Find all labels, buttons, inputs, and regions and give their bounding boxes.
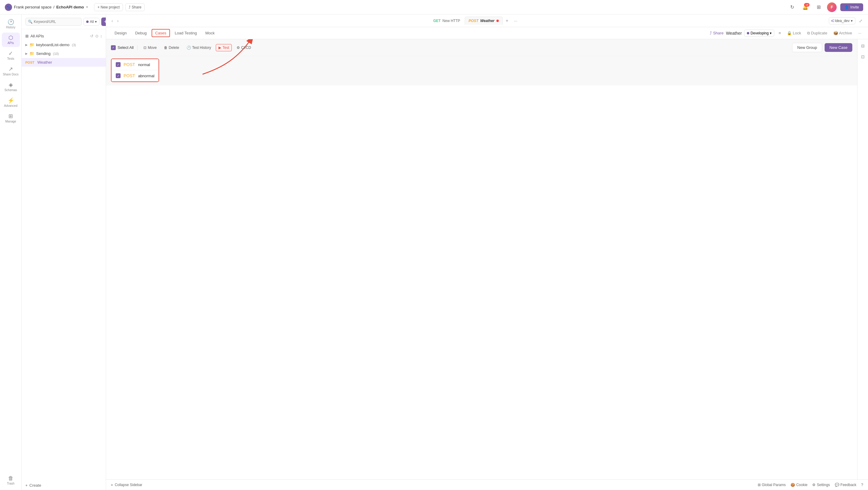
cases-empty-space xyxy=(106,85,857,480)
environment-selector[interactable]: Developing ▾ xyxy=(744,30,774,37)
cases-highlight-box: ✓ POST normal ✓ POST abnormal xyxy=(111,59,159,82)
create-plus-icon: + xyxy=(25,483,28,488)
move-button[interactable]: ⊡ Move xyxy=(141,45,159,51)
sidebar-item-advanced[interactable]: ⚡ Advanced xyxy=(2,95,20,110)
tab-bar: ‹ › GET New HTTP POST Weather + ··· ⑆ Id… xyxy=(106,15,868,27)
topbar-right: ↻ 🔔 19 ⊞ F 👤 Invite xyxy=(787,2,863,12)
search-box[interactable]: 🔍 xyxy=(25,18,82,26)
add-tab-button[interactable]: + xyxy=(503,17,511,25)
select-all-button[interactable]: ✓ Select All xyxy=(111,45,133,50)
dot-icon xyxy=(86,21,89,23)
inner-main: ✓ Select All ⊡ Move 🗑 Delete 🕐 Test H xyxy=(106,39,868,480)
layout-button[interactable]: ⊞ xyxy=(814,2,824,12)
case-abnormal-checkbox[interactable]: ✓ xyxy=(116,73,121,78)
right-panel-icon-2[interactable]: ⊡ xyxy=(859,53,867,61)
global-params-button[interactable]: ⊞ Global Params xyxy=(758,483,786,487)
tab-get-http-label: New HTTP xyxy=(442,19,460,23)
add-api-button[interactable]: + xyxy=(101,18,106,26)
move-icon: ⊡ xyxy=(144,46,147,50)
sending-item[interactable]: ▶ 📁 Sending (10) xyxy=(22,49,106,58)
sidebar-item-schemas[interactable]: ◈ Schemas xyxy=(2,80,20,94)
sidebar-item-share-docs-label: Share Docs xyxy=(3,73,19,76)
branch-selector[interactable]: ⑆ Idea_dev ▾ xyxy=(829,17,855,24)
post-weather-item[interactable]: POST Weather xyxy=(22,58,106,67)
new-group-button[interactable]: New Group xyxy=(792,43,822,52)
case-abnormal-item[interactable]: ✓ POST abnormal xyxy=(112,70,158,82)
share-tab-button[interactable]: ⤴ Share xyxy=(710,31,724,35)
settings-icon: ⚙ xyxy=(812,483,815,487)
tab-post-weather[interactable]: POST Weather xyxy=(465,17,503,25)
select-all-checkbox[interactable]: ✓ xyxy=(111,45,116,50)
topbar-actions: + New project ⤴ Share xyxy=(94,3,145,11)
tab-load-testing[interactable]: Load Testing xyxy=(171,29,201,37)
list-view-icon[interactable]: ≡ xyxy=(777,30,783,36)
schemas-icon: ◈ xyxy=(9,82,13,87)
feedback-button[interactable]: 💬 Feedback xyxy=(835,483,857,487)
case-normal-method: POST xyxy=(124,62,135,67)
tab-debug[interactable]: Debug xyxy=(131,29,150,37)
keyboard-list-demo-item[interactable]: ▶ 📁 keyboardList-demo (3) xyxy=(22,40,106,49)
share-button[interactable]: ⤴ Share xyxy=(125,3,145,11)
tab-nav-next[interactable]: › xyxy=(116,17,121,24)
sending-folder-icon: 📁 xyxy=(30,51,34,56)
tab-more-button[interactable]: ··· xyxy=(512,17,520,24)
filter-button[interactable]: All ▾ xyxy=(84,18,99,26)
tests-icon: ✓ xyxy=(8,51,13,56)
archive-icon[interactable]: 📦 Archive xyxy=(832,30,854,36)
lock-icon[interactable]: 🔒 Lock xyxy=(785,30,803,36)
delete-icon: 🗑 xyxy=(164,46,167,50)
help-icon: ? xyxy=(861,483,863,487)
cases-list-container: ✓ POST normal ✓ POST abnormal xyxy=(106,56,857,85)
tab-nav-prev[interactable]: ‹ xyxy=(110,17,115,24)
tab-design[interactable]: Design xyxy=(111,29,130,37)
tab-mock[interactable]: Mock xyxy=(202,29,218,37)
expand-button[interactable]: ⤢ xyxy=(857,17,864,24)
delete-button[interactable]: 🗑 Delete xyxy=(161,45,182,51)
sub-tab-bar: Design Debug Cases Load Testing Mock ⤴ S… xyxy=(106,27,868,39)
sidebar-item-tests-label: Tests xyxy=(7,57,14,60)
test-history-button[interactable]: 🕐 Test History xyxy=(184,45,214,51)
sort-icon[interactable]: ↕ xyxy=(100,34,102,38)
sidebar-item-tests[interactable]: ✓ Tests xyxy=(2,48,20,63)
more-icon[interactable]: ··· xyxy=(856,30,863,36)
duplicate-icon[interactable]: ⧉ Duplicate xyxy=(805,30,829,37)
bottom-bar: « Collapse Sidebar ⊞ Global Params 🍪 Coo… xyxy=(106,480,868,490)
refresh-icon[interactable]: ↺ xyxy=(90,34,93,38)
search-input[interactable] xyxy=(34,20,79,24)
cases-panel: ✓ Select All ⊡ Move 🗑 Delete 🕐 Test H xyxy=(106,39,857,480)
sidebar-item-trash[interactable]: 🗑 Trash xyxy=(2,473,20,488)
avatar[interactable]: F xyxy=(827,2,837,12)
sidebar-item-manage[interactable]: ⊞ Manage xyxy=(2,111,20,125)
keyboard-list-label: keyboardList-demo xyxy=(36,42,70,47)
test-button[interactable]: ▶ Test xyxy=(216,44,232,51)
tab-get-http[interactable]: GET New HTTP xyxy=(429,17,464,25)
case-normal-checkbox[interactable]: ✓ xyxy=(116,62,121,67)
sidebar-item-share-docs[interactable]: ↗ Share Docs xyxy=(2,64,20,79)
case-normal-item[interactable]: ✓ POST normal xyxy=(112,59,158,70)
tab-cases[interactable]: Cases xyxy=(152,29,170,37)
notifications-button[interactable]: 🔔 19 xyxy=(801,2,810,12)
refresh-button[interactable]: ↻ xyxy=(787,2,797,12)
main-layout: 🕐 History ⬡ APIs ✓ Tests ↗ Share Docs ◈ … xyxy=(0,15,868,490)
cookie-button[interactable]: 🍪 Cookie xyxy=(790,483,807,487)
help-button[interactable]: ? xyxy=(861,483,863,487)
right-panel-icon-1[interactable]: ⊟ xyxy=(859,41,867,50)
cicd-button[interactable]: ⚙ CI/CD xyxy=(234,45,253,51)
all-apis-item[interactable]: ⊞ All APIs ↺ ⊙ ↕ xyxy=(22,32,106,40)
sidebar-item-history[interactable]: 🕐 History xyxy=(2,17,20,31)
filter-icon[interactable]: ⊙ xyxy=(95,34,98,38)
sending-label: Sending xyxy=(36,51,51,56)
invite-button[interactable]: 👤 Invite xyxy=(840,3,863,11)
new-case-button[interactable]: New Case xyxy=(825,43,852,52)
project-dropdown-icon[interactable]: ▾ xyxy=(86,5,88,9)
sidebar-item-apis[interactable]: ⬡ APIs xyxy=(2,33,20,47)
new-project-button[interactable]: + New project xyxy=(94,3,123,11)
breadcrumb-separator: / xyxy=(53,5,55,9)
create-button[interactable]: + Create xyxy=(22,481,106,490)
collapse-sidebar-button[interactable]: « Collapse Sidebar xyxy=(111,483,142,487)
cases-right: New Group New Case xyxy=(792,43,852,52)
sidebar-item-manage-label: Manage xyxy=(5,120,16,123)
settings-button[interactable]: ⚙ Settings xyxy=(812,483,830,487)
collapse-icon: « xyxy=(111,483,113,487)
search-icon: 🔍 xyxy=(28,20,33,24)
